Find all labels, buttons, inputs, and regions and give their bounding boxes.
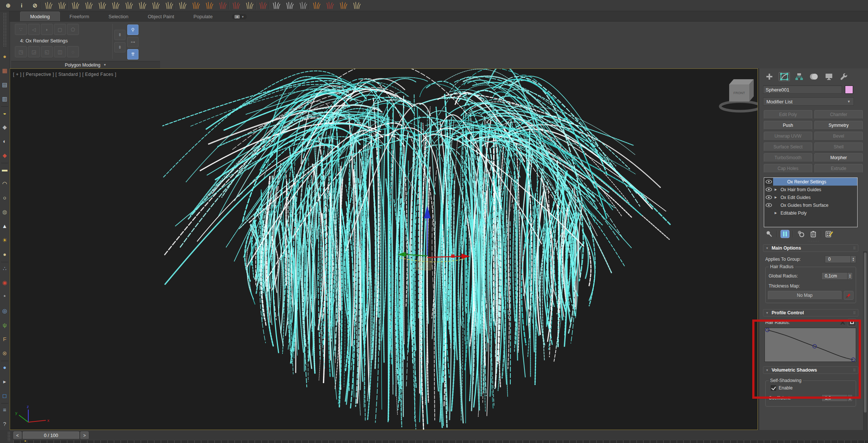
transfer-hair-icon[interactable]	[204, 1, 215, 10]
part-hair-icon[interactable]	[163, 1, 175, 10]
applies-to-group-spinner[interactable]: 0 ▲▼	[825, 256, 856, 263]
visibility-eye-icon[interactable]	[764, 209, 773, 217]
viewport-label[interactable]: [ + ] [ Perspective ] [ Standard ] [ Edg…	[13, 72, 116, 77]
modifier-set-button[interactable]: Edit Poly	[764, 110, 812, 119]
modifier-stack-row[interactable]: ▶ Ox Guides from Surface	[764, 201, 857, 209]
folder-hair-icon[interactable]	[284, 1, 295, 10]
profile-control-header[interactable]: ▼ Profile Control ⠿	[763, 309, 858, 317]
coefficient-spinner[interactable]: 1,0 ▲▼	[821, 394, 853, 402]
ox-new-hair-icon[interactable]: ⊕	[3, 1, 14, 10]
modifier-set-button[interactable]: Surface Select	[764, 142, 812, 151]
flower-icon[interactable]: ◎	[0, 306, 9, 315]
ribbon-tab[interactable]: Freeform	[60, 12, 99, 21]
timeline-drag-handle[interactable]	[7, 431, 10, 441]
expand-arrow-icon[interactable]: ▶	[773, 188, 778, 191]
show-end-result-ribbon-button[interactable]: ⇈	[127, 49, 138, 60]
thin-hair-icon[interactable]	[150, 1, 161, 10]
modifier-stack-row[interactable]: ▶ Ox Edit Guides	[764, 193, 857, 201]
spinner-arrows-icon[interactable]: ▲▼	[848, 272, 853, 280]
select-object-icon[interactable]: ▸	[0, 377, 9, 386]
layer-manager-icon[interactable]: ▤	[0, 80, 9, 89]
collapse-stack-button[interactable]: ⇟	[114, 42, 125, 52]
next-frame-button[interactable]: >	[80, 431, 89, 439]
curve-delete-icon[interactable]: ✕	[840, 319, 846, 326]
panel-scrollbar[interactable]	[863, 251, 867, 443]
hair-bars-icon[interactable]	[244, 1, 255, 10]
make-unique-icon[interactable]	[797, 230, 805, 238]
modify-tab[interactable]	[779, 72, 790, 81]
dome-light-icon[interactable]: ◠	[0, 179, 9, 188]
time-slider-marker[interactable]: ✦	[24, 439, 27, 443]
schematic-view-icon[interactable]: ≡	[0, 405, 9, 414]
scatter-hair-icon[interactable]	[190, 1, 201, 10]
visibility-eye-icon[interactable]	[764, 193, 773, 201]
configure-modifier-sets-icon[interactable]	[825, 230, 834, 238]
ribbon-tab[interactable]: Object Paint	[138, 12, 184, 21]
element-mode-button[interactable]: ⬠	[67, 24, 79, 35]
modifier-set-button[interactable]: Chamfer	[814, 110, 863, 119]
edge-mode-button[interactable]: ◁	[28, 24, 40, 35]
display-tab[interactable]	[823, 72, 835, 81]
selection-region-icon[interactable]: ◻	[0, 391, 9, 400]
bake-hair-icon[interactable]	[297, 1, 309, 10]
select-ring-button[interactable]: ◌	[67, 46, 79, 57]
modifier-list-dropdown[interactable]: Modifier List ▼	[763, 97, 854, 106]
guides-lock-icon[interactable]	[43, 1, 54, 10]
pin-stack-icon[interactable]	[765, 230, 773, 238]
rollout-splitter-handle[interactable]: ·······	[759, 240, 868, 243]
slope-hair-icon[interactable]	[338, 1, 349, 10]
red-camera-icon[interactable]: ◆	[0, 151, 9, 160]
modifier-set-button[interactable]: TurboSmooth	[764, 153, 812, 162]
modifier-set-button[interactable]: Morpher	[814, 153, 863, 162]
select-cube-button-2[interactable]: ◲	[28, 46, 40, 57]
previous-frame-button[interactable]: <	[13, 431, 22, 439]
red-bars-transfer-icon[interactable]	[324, 1, 335, 10]
ribbon-minimize-button[interactable]: ▲ ▼	[232, 14, 247, 19]
object-color-swatch[interactable]	[845, 86, 853, 94]
thickness-map-button[interactable]: No Map	[768, 291, 842, 300]
red-transfer-hair-icon[interactable]	[217, 1, 228, 10]
modifier-stack-row[interactable]: ▶ Ox Render Settings	[764, 178, 857, 186]
ribbon-tab[interactable]: Selection	[99, 12, 138, 21]
select-cube-button-1[interactable]: ◳	[15, 46, 27, 57]
visibility-eye-icon[interactable]	[764, 178, 773, 186]
hair-to-mesh-icon[interactable]	[257, 1, 268, 10]
ribbon-tab[interactable]: Populate	[184, 12, 222, 21]
pin-panel-button[interactable]: ⊶	[127, 37, 138, 47]
tan-sphere-icon[interactable]: ●	[0, 250, 9, 259]
frame-counter[interactable]: 0 / 100	[23, 431, 79, 439]
modifier-set-button[interactable]: Extrude	[814, 164, 863, 173]
select-cage-button[interactable]: ◫	[54, 46, 66, 57]
perspective-viewport[interactable]: FRONT z x y [ + ] [ Perspective ] [ Stan…	[10, 68, 758, 430]
hair-fur-icon[interactable]: F	[0, 334, 9, 343]
modifier-stack-row[interactable]: ▶ Editable Poly	[764, 209, 857, 217]
expand-arrow-icon[interactable]: ▶	[773, 211, 778, 215]
camera-icon[interactable]: ◆	[0, 122, 9, 131]
volumetric-shadows-header[interactable]: ▼ Volumetric Shadows ⠿	[763, 366, 858, 374]
visibility-eye-icon[interactable]	[764, 186, 773, 193]
hierarchy-tab[interactable]	[794, 72, 805, 81]
hair-from-mesh-icon[interactable]	[230, 1, 242, 10]
object-name-field[interactable]	[763, 86, 842, 94]
light-lister-icon[interactable]: ◒	[0, 108, 9, 117]
visibility-eye-icon[interactable]	[764, 201, 773, 209]
remove-modifier-icon[interactable]	[809, 230, 818, 238]
modifier-set-button[interactable]: Cap Holes	[764, 164, 812, 173]
shaded-sphere-icon[interactable]: ◐	[0, 137, 9, 145]
braid-hair-icon[interactable]	[83, 1, 94, 10]
sphere-hair-icon[interactable]	[271, 1, 282, 10]
hair-length-icon[interactable]	[96, 1, 108, 10]
star-shape-icon[interactable]: *	[0, 292, 9, 301]
ox-disable-icon[interactable]: ⊘	[29, 1, 41, 10]
toolbar-drag-handle[interactable]	[3, 13, 7, 47]
global-radius-spinner[interactable]: 0,1cm ▲▼	[821, 272, 853, 280]
export-hair-icon[interactable]	[351, 1, 362, 10]
red-pin-icon[interactable]: ◉	[0, 278, 9, 287]
modifier-set-button[interactable]: Push	[764, 121, 812, 130]
sun-icon[interactable]: ☀	[0, 235, 9, 244]
main-options-header[interactable]: ▼ Main Options ⠿	[763, 244, 858, 252]
modifier-set-button[interactable]: Bevel	[814, 132, 863, 141]
clump-hair-icon[interactable]	[137, 1, 148, 10]
rect-light-icon[interactable]: ▬	[0, 165, 9, 174]
help-icon[interactable]: ?	[0, 419, 9, 428]
